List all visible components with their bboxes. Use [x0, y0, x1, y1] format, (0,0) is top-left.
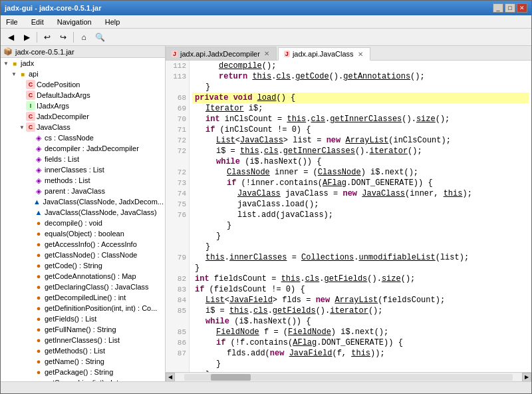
tree-item[interactable]: ▲ JavaClass(ClassNode, JadxDecom... [1, 196, 165, 207]
tree-item[interactable]: ▼ ■ api [1, 69, 165, 79]
code-content: decompile(); return this.cls.getCode().g… [190, 61, 531, 372]
method-icon: ● [34, 346, 43, 355]
code-line: list.add(javaClass); [192, 210, 529, 220]
horizontal-scrollbar[interactable]: ◀ ▶ [166, 372, 531, 381]
tree-label: getCode() : String [45, 262, 102, 270]
code-line: } [192, 82, 529, 93]
method-icon: ● [34, 357, 43, 366]
method-icon: ● [34, 250, 43, 260]
method-icon: ● [34, 218, 43, 228]
tree-item[interactable]: ● getPackage() : String [1, 367, 165, 377]
redo-button[interactable]: ↪ [56, 31, 70, 44]
scroll-track[interactable] [184, 374, 513, 381]
undo-button[interactable]: ↩ [40, 31, 55, 44]
field-icon: ◈ [34, 165, 43, 174]
sidebar-jar-icon: 📦 [3, 47, 13, 56]
code-line: ClassNode inner = (ClassNode) i$.next(); [192, 167, 529, 178]
tree-item[interactable]: ● getDecompiledLine() : int [1, 292, 165, 303]
constructor-icon: ▲ [32, 197, 41, 206]
tree-label: JavaClass(ClassNode, JavaClass) [45, 208, 157, 216]
tree-item[interactable]: ● equals(Object) : boolean [1, 228, 165, 239]
method-icon: ● [34, 229, 43, 238]
tab-jadxdecompiler[interactable]: J jadx.api.JadxDecompiler ✕ [166, 47, 277, 60]
tree-item[interactable]: ▲ JavaClass(ClassNode, JavaClass) [1, 207, 165, 218]
scroll-left-button[interactable]: ◀ [166, 373, 175, 382]
tree-item[interactable]: C CodePosition [1, 79, 165, 90]
tree-label: getInnerClasses() : List [45, 336, 120, 344]
expand-icon[interactable]: ▼ [18, 123, 26, 131]
tree-item[interactable]: ◈ decompiler : JadxDecompiler [1, 143, 165, 154]
code-line: while (i$.hasNext()) { [192, 156, 529, 167]
tree-item[interactable]: ▼ C JavaClass [1, 122, 165, 132]
editor-area: J jadx.api.JadxDecompiler ✕ J jadx.api.J… [166, 46, 531, 381]
forward-button[interactable]: ▶ [19, 31, 34, 44]
tree-label: getMethods() : List [45, 347, 105, 355]
tree-label: equals(Object) : boolean [45, 230, 124, 238]
tree-item[interactable]: ● getDeclaringClass() : JavaClass [1, 282, 165, 292]
tab-close-button[interactable]: ✕ [263, 50, 271, 58]
tree-label: getAccessInfo() : AccessInfo [45, 240, 137, 248]
tree-item[interactable]: ● getInnerClasses() : List [1, 335, 165, 345]
code-editor[interactable]: 112 113 68 69 70 71 72 72 72 73 74 75 76 [166, 61, 531, 372]
tree-item[interactable]: ◈ parent : JavaClass [1, 186, 165, 196]
tree-label: decompiler : JadxDecompiler [45, 144, 139, 152]
menu-edit[interactable]: Edit [29, 17, 47, 27]
menu-file[interactable]: File [3, 17, 21, 27]
code-line: } [192, 231, 529, 242]
tree-item[interactable]: C DefaultJadxArgs [1, 90, 165, 100]
tree-label: getName() : String [45, 357, 104, 365]
tree-item[interactable]: C JadxDecompiler [1, 111, 165, 122]
code-line: flds.add(new JavaField(f, this)); [192, 348, 529, 359]
back-button[interactable]: ◀ [3, 31, 18, 44]
home-button[interactable]: ⌂ [76, 31, 91, 44]
tree-item[interactable]: ● getAccessInfo() : AccessInfo [1, 239, 165, 250]
tree-item[interactable]: ● getDefinitionPosition(int, int) : Co..… [1, 303, 165, 313]
interface-icon: I [26, 101, 35, 110]
tree-item[interactable]: ● getFields() : List [1, 313, 165, 324]
package-icon: ■ [10, 59, 19, 68]
code-line: return this.cls.getCode().getAnnotations… [192, 71, 529, 82]
tree-item[interactable]: ● getCode() : String [1, 260, 165, 271]
search-button[interactable]: 🔍 [92, 31, 107, 44]
scroll-thumb[interactable] [211, 374, 251, 381]
scroll-right-button[interactable]: ▶ [522, 373, 531, 382]
title-bar: jadx-gui - jadx-core-0.5.1.jar _ □ ✕ [1, 1, 531, 15]
expand-icon[interactable]: ▼ [2, 59, 10, 67]
tree-item[interactable]: ● getName() : String [1, 356, 165, 367]
menu-navigation[interactable]: Navigation [55, 17, 94, 27]
code-line: Iterator i$; [192, 103, 529, 114]
tree-item[interactable]: ● decompile() : void [1, 218, 165, 228]
tree-item[interactable]: ● getClassNode() : ClassNode [1, 250, 165, 260]
tab-close-active-button[interactable]: ✕ [356, 50, 364, 58]
method-icon: ● [34, 272, 43, 281]
method-icon: ● [34, 293, 43, 302]
menu-help[interactable]: Help [102, 17, 123, 27]
tree-item[interactable]: ◈ cs : ClassNode [1, 132, 165, 143]
tree-label: JavaClass [37, 123, 70, 131]
tree-item[interactable]: ● getFullName() : String [1, 324, 165, 335]
tree-item[interactable]: ● getCodeAnnotations() : Map [1, 271, 165, 282]
code-line: javaClass.load(); [192, 199, 529, 210]
maximize-button[interactable]: □ [505, 3, 515, 13]
tree-item[interactable]: ● getMethods() : List [1, 345, 165, 356]
method-icon: ● [34, 303, 43, 313]
tab-javaclass[interactable]: J jadx.api.JavaClass ✕ [278, 47, 370, 61]
code-line: int fieldsCount = this.cls.getFields().s… [192, 274, 529, 284]
code-line: } [192, 220, 529, 231]
tree-label: cs : ClassNode [45, 134, 94, 142]
tree-label: jadx [21, 59, 34, 67]
tree-label: getFields() : List [45, 315, 96, 323]
tree-item[interactable]: I IJadxArgs [1, 100, 165, 111]
close-button[interactable]: ✕ [517, 3, 527, 13]
tab-bar: J jadx.api.JadxDecompiler ✕ J jadx.api.J… [166, 46, 531, 61]
tree-item[interactable]: ◈ innerClasses : List [1, 164, 165, 175]
minimize-button[interactable]: _ [493, 3, 503, 13]
tree-item[interactable]: ▼ ■ jadx [1, 58, 165, 69]
tree-label: getPackage() : String [45, 368, 113, 376]
expand-icon[interactable]: ▼ [10, 70, 18, 78]
tree-item[interactable]: ◈ fields : List [1, 154, 165, 164]
tree-item[interactable]: ◈ methods : List [1, 175, 165, 186]
window-title: jadx-gui - jadx-core-0.5.1.jar [5, 4, 102, 12]
tree-label: methods : List [45, 176, 90, 184]
class-icon: C [26, 80, 35, 89]
